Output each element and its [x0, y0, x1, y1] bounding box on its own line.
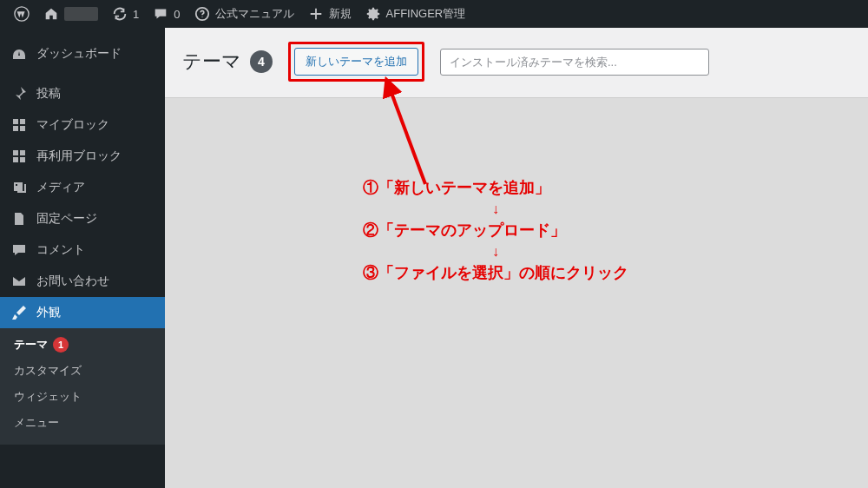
annotation-arrow-down: ↓	[363, 199, 628, 220]
envelope-icon	[10, 273, 28, 290]
page-title: テーマ 4	[182, 49, 273, 75]
submenu-label: カスタマイズ	[14, 363, 82, 379]
menu-contact[interactable]: お問い合わせ	[0, 266, 165, 297]
wordpress-icon	[14, 6, 30, 22]
annotation-text: ①「新しいテーマを追加」 ↓ ②「テーマのアップロード」 ↓ ③「ファイルを選択…	[363, 177, 628, 285]
site-name-placeholder	[64, 7, 98, 21]
appearance-submenu: テーマ 1 カスタマイズ ウィジェット メニュー	[0, 328, 165, 445]
menu-label: メディア	[36, 180, 85, 195]
updates-count: 1	[133, 8, 139, 21]
title-text: テーマ	[182, 49, 241, 75]
annotation-step2: ②「テーマのアップロード」	[363, 220, 628, 241]
submenu-widgets[interactable]: ウィジェット	[0, 384, 165, 410]
admin-sidebar: ダッシュボード 投稿 マイブロック 再利用ブロック メディア 固定ページ	[0, 28, 165, 488]
svg-rect-4	[13, 126, 18, 131]
menu-pages[interactable]: 固定ページ	[0, 203, 165, 234]
svg-rect-3	[20, 119, 25, 124]
pin-icon	[10, 85, 28, 102]
grid-icon	[10, 148, 28, 165]
menu-comments[interactable]: コメント	[0, 234, 165, 266]
update-count-badge: 1	[53, 337, 69, 353]
comment-icon	[10, 241, 28, 259]
site-home[interactable]	[36, 0, 105, 28]
affinger-link[interactable]: AFFINGER管理	[358, 0, 473, 28]
comments-link[interactable]: 0	[146, 0, 187, 28]
svg-rect-7	[20, 150, 25, 155]
wp-logo[interactable]	[7, 0, 36, 28]
annotation-arrow-down: ↓	[363, 241, 628, 262]
affinger-label: AFFINGER管理	[386, 6, 466, 22]
new-label: 新規	[329, 6, 352, 22]
menu-label: ダッシュボード	[36, 46, 122, 62]
new-content[interactable]: 新規	[301, 0, 358, 28]
manual-link[interactable]: 公式マニュアル	[187, 0, 301, 28]
manual-label: 公式マニュアル	[215, 6, 294, 22]
menu-label: お問い合わせ	[36, 274, 109, 289]
media-icon	[10, 179, 28, 196]
home-icon	[43, 6, 59, 22]
svg-rect-6	[13, 150, 18, 155]
submenu-label: ウィジェット	[14, 389, 82, 405]
menu-posts[interactable]: 投稿	[0, 78, 165, 109]
menu-label: 固定ページ	[36, 211, 97, 227]
annotation-highlight-box: 新しいテーマを追加	[288, 42, 424, 82]
menu-label: 外観	[36, 305, 61, 320]
menu-appearance[interactable]: 外観	[0, 297, 165, 328]
submenu-menus[interactable]: メニュー	[0, 410, 165, 436]
main-content: テーマ 4 新しいテーマを追加 ①「新しいテーマを追加」 ↓ ②「テーマのアップ…	[165, 28, 868, 488]
svg-rect-9	[20, 157, 25, 162]
submenu-customize[interactable]: カスタマイズ	[0, 358, 165, 384]
annotation-step3: ③「ファイルを選択」の順にクリック	[363, 262, 628, 284]
submenu-themes[interactable]: テーマ 1	[0, 332, 165, 358]
svg-line-10	[389, 86, 425, 184]
submenu-label: テーマ	[14, 337, 48, 353]
help-icon	[194, 6, 210, 22]
plus-icon	[308, 6, 324, 22]
pages-icon	[10, 210, 28, 228]
menu-label: 投稿	[36, 86, 61, 102]
menu-myblock[interactable]: マイブロック	[0, 109, 165, 141]
svg-rect-5	[20, 126, 25, 131]
themes-count: 4	[250, 50, 273, 73]
submenu-label: メニュー	[14, 415, 59, 431]
brush-icon	[10, 304, 28, 321]
menu-reusable-block[interactable]: 再利用ブロック	[0, 141, 165, 172]
grid-icon	[10, 116, 28, 134]
svg-rect-8	[13, 157, 18, 162]
themes-header: テーマ 4 新しいテーマを追加	[165, 28, 868, 98]
admin-bar: 1 0 公式マニュアル 新規 AFFINGER管理	[0, 0, 868, 28]
updates-link[interactable]: 1	[105, 0, 146, 28]
comments-count: 0	[174, 8, 180, 21]
menu-label: 再利用ブロック	[36, 148, 122, 164]
theme-search-input[interactable]	[440, 49, 709, 76]
svg-rect-2	[13, 119, 18, 124]
gear-icon	[365, 6, 381, 22]
update-icon	[112, 6, 128, 22]
menu-media[interactable]: メディア	[0, 172, 165, 203]
add-new-theme-button[interactable]: 新しいテーマを追加	[294, 48, 418, 76]
menu-label: コメント	[36, 242, 85, 258]
menu-dashboard[interactable]: ダッシュボード	[0, 38, 165, 69]
comment-icon	[153, 6, 168, 22]
menu-label: マイブロック	[36, 117, 109, 133]
annotation-step1: ①「新しいテーマを追加」	[363, 177, 628, 199]
dashboard-icon	[10, 45, 28, 63]
